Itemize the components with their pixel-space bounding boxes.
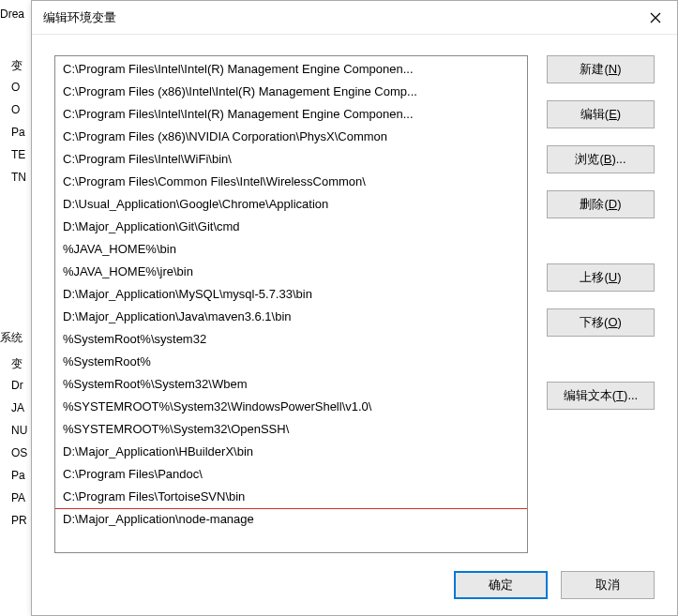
bg-var-label: 变 <box>11 58 23 74</box>
btn-label: 浏览(B)... <box>575 152 625 166</box>
new-button[interactable]: 新建(N) <box>547 55 655 83</box>
bg-row: TN <box>11 171 26 184</box>
browse-button[interactable]: 浏览(B)... <box>547 145 655 173</box>
path-list-item[interactable]: C:\Program Files\Common Files\Intel\Wire… <box>55 171 527 193</box>
bg-row: O <box>11 103 20 116</box>
titlebar: 编辑环境变量 <box>32 1 677 35</box>
btn-label: 编辑文本(T)... <box>564 388 638 402</box>
dialog-footer: 确定 取消 <box>32 564 677 615</box>
path-list-item[interactable]: %SYSTEMROOT%\System32\WindowsPowerShell\… <box>55 396 527 418</box>
path-list-item[interactable]: %JAVA_HOME%\bin <box>55 238 527 261</box>
bg-row: JA <box>11 401 24 414</box>
path-list-item[interactable]: D:\Major_Application\Git\Git\cmd <box>55 216 527 238</box>
btn-label: 新建(N) <box>580 62 621 76</box>
bg-row: Pa <box>11 469 25 482</box>
ok-button[interactable]: 确定 <box>454 571 548 599</box>
bg-app-label: Drea <box>0 8 24 21</box>
close-button[interactable] <box>634 1 677 34</box>
path-list-item[interactable]: D:\Usual_Application\Google\Chrome\Appli… <box>55 193 527 216</box>
path-list-item[interactable]: C:\Program Files (x86)\NVIDIA Corporatio… <box>55 126 527 148</box>
path-list-item[interactable]: %SystemRoot%\System32\Wbem <box>55 373 527 396</box>
path-list-item[interactable]: C:\Program Files\Pandoc\ <box>55 463 527 486</box>
dialog-title: 编辑环境变量 <box>43 9 634 26</box>
bg-row: PA <box>11 491 25 504</box>
path-list-item[interactable]: D:\Major_Application\node-manage <box>55 508 527 531</box>
path-list-item[interactable]: C:\Program Files\Intel\WiFi\bin\ <box>55 148 527 171</box>
bg-row: OS <box>11 446 27 459</box>
btn-label: 上移(U) <box>580 270 621 284</box>
path-list-container: C:\Program Files\Intel\Intel(R) Manageme… <box>54 55 528 553</box>
bg-row: Pa <box>11 126 25 139</box>
path-list-item[interactable]: C:\Program Files (x86)\Intel\Intel(R) Ma… <box>55 81 527 103</box>
cancel-button[interactable]: 取消 <box>561 571 655 599</box>
btn-label: 编辑(E) <box>580 107 621 121</box>
path-list-item[interactable]: D:\Major_Application\MySQL\mysql-5.7.33\… <box>55 283 527 306</box>
path-list-item[interactable]: C:\Program Files\Intel\Intel(R) Manageme… <box>55 58 527 81</box>
path-list-item[interactable]: %SystemRoot% <box>55 351 527 373</box>
path-list-item[interactable]: D:\Major_Application\HBuilderX\bin <box>55 441 527 463</box>
bg-row: PR <box>11 514 27 527</box>
path-list-item[interactable]: %JAVA_HOME%\jre\bin <box>55 261 527 283</box>
path-list-item[interactable]: C:\Program Files\Intel\Intel(R) Manageme… <box>55 103 527 126</box>
move-up-button[interactable]: 上移(U) <box>547 263 655 292</box>
path-list-item[interactable]: D:\Major_Application\Java\maven3.6.1\bin <box>55 306 527 328</box>
edit-environment-variable-dialog: 编辑环境变量 C:\Program Files\Intel\Intel(R) M… <box>31 0 678 616</box>
path-list-item[interactable]: C:\Program Files\TortoiseSVN\bin <box>55 486 527 508</box>
path-listbox[interactable]: C:\Program Files\Intel\Intel(R) Manageme… <box>55 56 527 552</box>
close-icon <box>650 12 661 23</box>
bg-var-label: 变 <box>11 356 23 372</box>
move-down-button[interactable]: 下移(O) <box>547 308 655 337</box>
side-button-panel: 新建(N) 编辑(E) 浏览(B)... 删除(D) 上移(U) 下移(O) 编… <box>547 55 655 553</box>
bg-row: TE <box>11 148 25 161</box>
edit-text-button[interactable]: 编辑文本(T)... <box>547 382 655 410</box>
bg-row: NU <box>11 424 27 437</box>
bg-row: Dr <box>11 379 23 392</box>
btn-label: 下移(O) <box>580 315 622 329</box>
path-list-item[interactable]: %SYSTEMROOT%\System32\OpenSSH\ <box>55 418 527 441</box>
bg-row: O <box>11 81 20 94</box>
btn-label: 删除(D) <box>580 197 621 211</box>
path-list-item[interactable]: %SystemRoot%\system32 <box>55 328 527 351</box>
edit-button[interactable]: 编辑(E) <box>547 100 655 128</box>
bg-sys-heading: 系统 <box>0 330 23 346</box>
delete-button[interactable]: 删除(D) <box>547 190 655 218</box>
